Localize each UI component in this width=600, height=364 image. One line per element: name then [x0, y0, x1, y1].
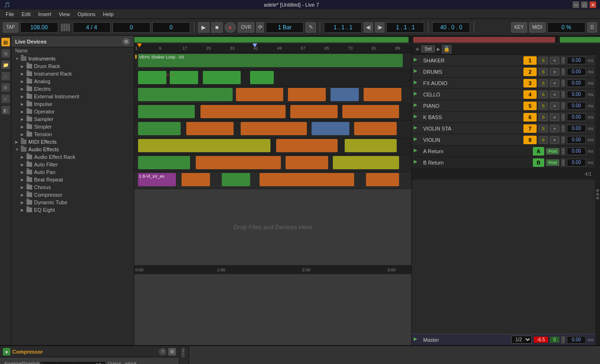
- bpm-tap4[interactable]: [68, 24, 70, 31]
- arrangement-view-icon[interactable]: ▤: [1, 38, 10, 46]
- master-frac-select[interactable]: 1/21/12/1: [511, 336, 532, 344]
- panel-settings-icon[interactable]: ⚙: [122, 38, 130, 45]
- bpm-tap3[interactable]: [66, 24, 68, 31]
- violin-clip-3[interactable]: [222, 173, 250, 186]
- kbass-clip-2[interactable]: [276, 139, 338, 152]
- kbass-clip-1[interactable]: [138, 139, 270, 152]
- kbass-clip-3[interactable]: [345, 139, 397, 152]
- midi-effects-category[interactable]: ▶ MIDI Effects: [11, 138, 134, 146]
- menu-insert[interactable]: Insert: [35, 10, 55, 18]
- pencil-tool[interactable]: ✎: [305, 22, 316, 33]
- electric-item[interactable]: ▶ Electric: [11, 85, 134, 93]
- play-fxaudio[interactable]: ▶: [414, 79, 421, 87]
- drop-audio-zone[interactable]: Drop Audio Effects Here: [189, 346, 600, 364]
- fxaudio-handle[interactable]: ⋮: [561, 79, 565, 87]
- violin-clip-4[interactable]: [260, 173, 354, 186]
- violinsta-vol[interactable]: 0.00: [567, 125, 586, 132]
- ovr-button[interactable]: OVR: [238, 22, 255, 33]
- play-button[interactable]: ▶: [198, 22, 209, 33]
- return-a-post[interactable]: Post: [546, 148, 559, 155]
- record-button[interactable]: ●: [225, 22, 236, 33]
- menu-view[interactable]: View: [55, 10, 74, 18]
- drums-mute[interactable]: ●: [550, 68, 559, 76]
- cello-mute[interactable]: ●: [550, 91, 559, 98]
- kbass-s[interactable]: S: [539, 113, 548, 121]
- loop-toggle[interactable]: ⟳: [256, 22, 264, 33]
- shaker-mute[interactable]: ●: [550, 57, 559, 64]
- auto-filter-item[interactable]: ▶ Auto Filter: [11, 161, 134, 168]
- drop-files-zone[interactable]: Drop Files and Devices Here: [134, 189, 411, 265]
- drums-clip-4[interactable]: [250, 71, 274, 84]
- stop-button[interactable]: ■: [211, 22, 223, 33]
- detail-icon[interactable]: ◧: [1, 106, 10, 114]
- menu-edit[interactable]: Edit: [18, 10, 35, 18]
- play-shaker[interactable]: ▶: [414, 57, 421, 64]
- loop-start-btn[interactable]: ◀|: [364, 22, 373, 33]
- clip-view-icon[interactable]: ♪: [1, 72, 10, 80]
- fxaudio-s[interactable]: S: [539, 79, 548, 87]
- cello-handle[interactable]: ⋮: [561, 91, 565, 98]
- loop-display[interactable]: 0: [152, 22, 190, 33]
- cello-clip-2[interactable]: [200, 105, 286, 118]
- minimize-button[interactable]: ─: [573, 1, 579, 8]
- cello-s[interactable]: S: [539, 91, 548, 98]
- sampler-item[interactable]: ▶ Sampler: [11, 115, 134, 123]
- cello-clip-4[interactable]: [342, 105, 399, 118]
- mixer-view-icon[interactable]: ≡: [1, 95, 10, 103]
- cello-num[interactable]: 4: [523, 90, 537, 99]
- shaker-s[interactable]: S: [539, 57, 548, 64]
- kbass-num[interactable]: 6: [523, 113, 537, 121]
- violinsta-num[interactable]: 7: [523, 124, 537, 133]
- instrument-rack-item[interactable]: ▶ Instrument Rack: [11, 70, 134, 78]
- mixer-arrow-icon[interactable]: ▶: [437, 47, 440, 52]
- browser-icon[interactable]: 📁: [1, 61, 10, 69]
- cello-clip-1[interactable]: [138, 105, 195, 118]
- dynamic-tube-item[interactable]: ▶ Dynamic Tube: [11, 199, 134, 206]
- menu-file[interactable]: File: [2, 10, 18, 18]
- master-val-display[interactable]: 0: [550, 337, 559, 343]
- tension-item[interactable]: ▶ Tension: [11, 130, 134, 138]
- piano-s[interactable]: S: [539, 102, 548, 110]
- d-button[interactable]: D: [587, 22, 597, 33]
- piano-num[interactable]: 5: [523, 102, 537, 110]
- track-clip-shaker[interactable]: VEH1 Shaker Loop - 03: [138, 54, 403, 67]
- bar-display[interactable]: 1 Bar: [266, 22, 304, 33]
- violinsta-handle[interactable]: ⋮: [561, 125, 565, 132]
- return-b-label[interactable]: B: [533, 158, 544, 167]
- cello-vol[interactable]: 0.00: [567, 91, 586, 98]
- violinsta-mute[interactable]: ●: [550, 125, 559, 132]
- eq-eight-item[interactable]: ▶ EQ Eight: [11, 206, 134, 214]
- fx-clip-1[interactable]: [138, 88, 233, 101]
- shaker-num[interactable]: 1: [523, 56, 537, 65]
- zoom-display[interactable]: 40 . 0 . 0: [432, 22, 470, 33]
- overview-bar[interactable]: [134, 36, 600, 43]
- violin-vol[interactable]: 0.00: [567, 136, 586, 144]
- play-master[interactable]: ▶: [414, 336, 421, 344]
- vsta-clip-3[interactable]: [286, 156, 328, 169]
- maximize-button[interactable]: □: [581, 1, 588, 8]
- fx-clip-3[interactable]: [288, 88, 326, 101]
- comp-power-icon[interactable]: ●: [3, 348, 10, 355]
- offset-display[interactable]: 0: [113, 22, 150, 33]
- fx-clip-2[interactable]: [236, 88, 283, 101]
- position2-display[interactable]: 1 . 1 . 1: [386, 22, 424, 33]
- mixer-lock-icon[interactable]: 🔒: [442, 45, 452, 53]
- comp-settings-icon[interactable]: ⚙: [168, 348, 176, 355]
- return-a-vol[interactable]: 0.00: [567, 147, 586, 155]
- tap-button[interactable]: TAP: [3, 22, 18, 33]
- return-b-post[interactable]: Post: [546, 159, 559, 166]
- auto-pan-item[interactable]: ▶ Auto Pan: [11, 168, 134, 176]
- vsta-clip-1[interactable]: [138, 156, 190, 169]
- key-button[interactable]: KEY: [511, 22, 527, 33]
- drums-vol[interactable]: 0.00: [567, 68, 586, 76]
- fx-clip-4[interactable]: [330, 88, 359, 101]
- return-a-handle[interactable]: ⋮: [561, 147, 565, 155]
- vsta-clip-4[interactable]: [333, 156, 399, 169]
- piano-clip-4[interactable]: [312, 122, 349, 135]
- chorus-item[interactable]: ▶ Chorus: [11, 183, 134, 191]
- position-display[interactable]: 1 . 1 . 1: [324, 22, 362, 33]
- violin-clip-1[interactable]: 1 8-Vl_sV_es: [138, 173, 176, 186]
- master-handle[interactable]: ⋮: [561, 336, 565, 344]
- cello-clip-3[interactable]: [290, 105, 338, 118]
- piano-vol[interactable]: 0.00: [567, 102, 586, 110]
